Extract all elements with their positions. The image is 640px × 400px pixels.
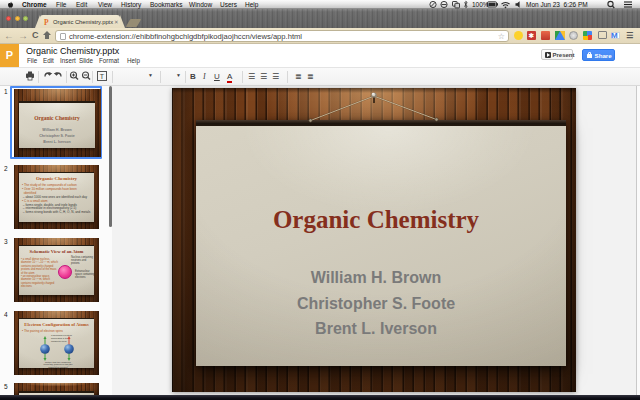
svg-text:T: T — [100, 73, 105, 80]
